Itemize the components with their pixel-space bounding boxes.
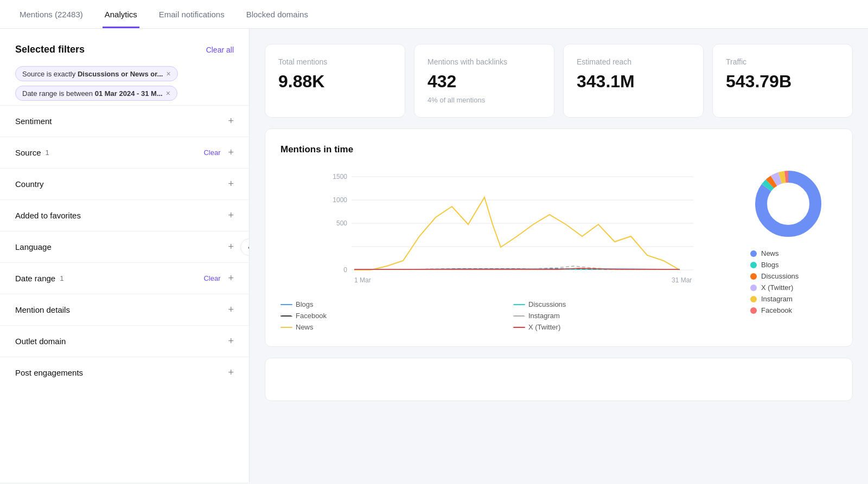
chart-title: Mentions in time	[280, 144, 837, 155]
filter-post-engagements[interactable]: Post engagements+	[0, 357, 249, 388]
filter-favorites-right: +	[228, 210, 234, 221]
sidebar-title: Selected filters	[15, 44, 85, 55]
clear-all-button[interactable]: Clear all	[206, 46, 234, 54]
donut-dot-news	[750, 250, 757, 257]
stat-traffic-value: 543.79B	[726, 72, 839, 92]
filter-outlet-domain[interactable]: Outlet domain+	[0, 325, 249, 357]
donut-legend-x-(twitter): X (Twitter)	[750, 283, 799, 292]
filter-daterange-count: 1	[60, 274, 63, 282]
donut-legend-news: News	[750, 249, 799, 257]
filter-country-left: Country	[15, 179, 44, 189]
donut-label-x-(twitter): X (Twitter)	[761, 283, 793, 292]
filter-post-engagements-plus-icon[interactable]: +	[228, 367, 234, 378]
donut-dot-instagram	[750, 296, 757, 302]
stat-reach-label: Estimated reach	[577, 57, 690, 66]
main-layout: Selected filters Clear all Source is exa…	[0, 29, 868, 482]
donut-legend-blogs: Blogs	[750, 261, 799, 269]
filter-language-right: +	[228, 241, 234, 253]
filter-mention-details[interactable]: Mention details+	[0, 294, 249, 325]
stat-reach-value: 343.1M	[577, 72, 690, 92]
filter-daterange-clear[interactable]: Clear	[203, 274, 220, 282]
filter-post-engagements-right: +	[228, 367, 234, 378]
filter-sentiment[interactable]: Sentiment+	[0, 105, 249, 137]
filter-country-plus-icon[interactable]: +	[228, 178, 234, 190]
donut-dot-facebook	[750, 307, 757, 314]
svg-text:31 Mar: 31 Mar	[672, 276, 692, 284]
sidebar: Selected filters Clear all Source is exa…	[0, 29, 250, 482]
legend-item-blogs: Blogs	[280, 300, 505, 308]
date-tag: Date range is between 01 Mar 2024 - 31 M…	[15, 86, 177, 101]
legend-line-facebook	[280, 315, 292, 317]
chart-main: 1500 1000 500 0 1 Mar 31 Mar	[280, 166, 737, 331]
tabs-bar: Mentions (22483)AnalyticsEmail notificat…	[0, 0, 868, 29]
filter-country-label: Country	[15, 179, 44, 189]
legend-item-news: News	[280, 323, 505, 331]
donut-label-facebook: Facebook	[761, 306, 792, 314]
filter-favorites[interactable]: Added to favorites+	[0, 199, 249, 231]
svg-text:500: 500	[336, 220, 347, 227]
legend-label-twitter: X (Twitter)	[528, 323, 560, 331]
source-tag: Source is exactly Discussions or News or…	[15, 66, 178, 81]
line-chart-svg: 1500 1000 500 0 1 Mar 31 Mar	[280, 166, 737, 291]
stat-backlinks-label: Mentions with backlinks	[427, 57, 541, 66]
filter-source-left: Source1	[15, 148, 49, 157]
filter-sentiment-plus-icon[interactable]: +	[228, 115, 234, 127]
filter-sentiment-right: +	[228, 115, 234, 127]
stat-total-mentions-label: Total mentions	[278, 57, 392, 66]
filter-source-plus-icon[interactable]: +	[228, 147, 234, 158]
filter-favorites-plus-icon[interactable]: +	[228, 210, 234, 221]
filter-source[interactable]: Source1Clear+	[0, 137, 249, 168]
stat-traffic: Traffic543.79B	[712, 44, 853, 118]
legend-line-discussions	[513, 304, 525, 305]
filter-source-right: Clear+	[203, 147, 234, 158]
svg-text:1 Mar: 1 Mar	[354, 276, 371, 284]
filter-mention-details-right: +	[228, 304, 234, 315]
stat-reach: Estimated reach343.1M	[563, 44, 704, 118]
donut-label-instagram: Instagram	[761, 295, 793, 303]
source-tag-close[interactable]: ×	[166, 69, 170, 78]
tab-email[interactable]: Email notifications	[157, 0, 227, 28]
legend-label-news: News	[296, 323, 314, 331]
donut-dot-x-(twitter)	[750, 285, 757, 291]
tab-analytics[interactable]: Analytics	[103, 0, 139, 28]
stat-backlinks-sub: 4% of all mentions	[427, 96, 541, 104]
filter-daterange-plus-icon[interactable]: +	[228, 273, 234, 284]
filter-outlet-domain-right: +	[228, 335, 234, 347]
main-content: Total mentions9.88KMentions with backlin…	[250, 29, 868, 482]
stats-row: Total mentions9.88KMentions with backlin…	[265, 44, 853, 118]
tab-blocked[interactable]: Blocked domains	[244, 0, 310, 28]
date-tag-bold: 01 Mar 2024 - 31 M...	[95, 89, 163, 98]
filter-outlet-domain-plus-icon[interactable]: +	[228, 335, 234, 347]
legend-item-twitter: X (Twitter)	[513, 323, 737, 331]
legend-label-blogs: Blogs	[296, 300, 314, 308]
legend-item-facebook: Facebook	[280, 312, 505, 320]
donut-legend-facebook: Facebook	[750, 306, 799, 314]
chart-area: 1500 1000 500 0 1 Mar 31 Mar	[280, 166, 837, 331]
filter-sentiment-left: Sentiment	[15, 117, 52, 126]
filter-source-clear[interactable]: Clear	[203, 149, 220, 157]
donut-chart	[750, 166, 826, 242]
svg-text:0: 0	[343, 266, 347, 274]
legend-line-news	[280, 327, 292, 328]
filter-outlet-domain-label: Outlet domain	[15, 337, 66, 346]
filter-country[interactable]: Country+	[0, 168, 249, 199]
tab-mentions[interactable]: Mentions (22483)	[17, 0, 85, 28]
donut-legend-discussions: Discussions	[750, 272, 799, 280]
legend-item-instagram: Instagram	[513, 312, 737, 320]
filter-post-engagements-left: Post engagements	[15, 368, 83, 377]
filter-language-plus-icon[interactable]: +	[228, 241, 234, 253]
filter-mention-details-label: Mention details	[15, 305, 70, 314]
filter-tags: Source is exactly Discussions or News or…	[0, 66, 249, 105]
filter-mention-details-left: Mention details	[15, 305, 70, 314]
filter-country-right: +	[228, 178, 234, 190]
filter-daterange[interactable]: Date range1Clear+	[0, 262, 249, 294]
filter-mention-details-plus-icon[interactable]: +	[228, 304, 234, 315]
filter-favorites-label: Added to favorites	[15, 211, 81, 220]
donut-label-discussions: Discussions	[761, 272, 799, 280]
filter-language[interactable]: Language+	[0, 231, 249, 262]
date-tag-close[interactable]: ×	[166, 89, 170, 98]
legend-label-instagram: Instagram	[528, 312, 560, 320]
legend-line-blogs	[280, 304, 292, 305]
filter-source-label: Source	[15, 148, 41, 157]
source-tag-bold: Discussions or News or...	[78, 70, 163, 78]
